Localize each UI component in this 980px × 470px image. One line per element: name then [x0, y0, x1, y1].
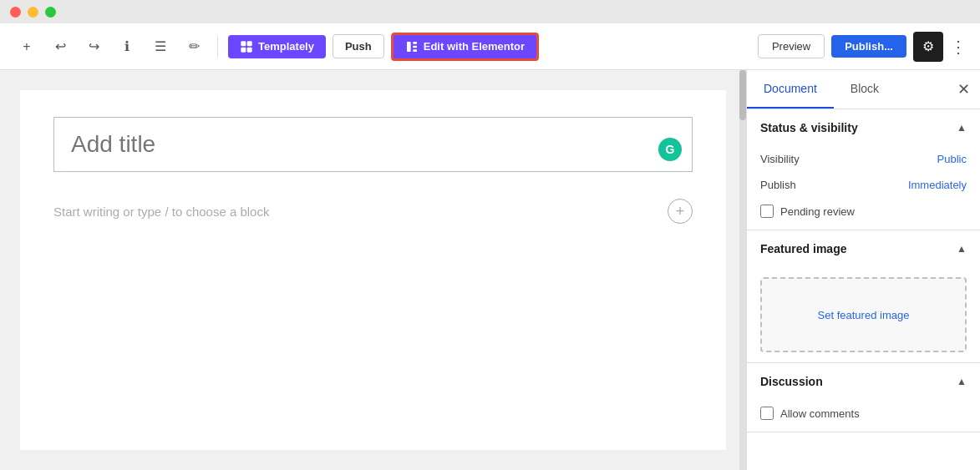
settings-button[interactable]: ⚙ — [913, 32, 943, 62]
list-view-button[interactable]: ☰ — [147, 33, 174, 60]
publish-row: Publish Immediately — [747, 172, 980, 198]
main-toolbar: + ↩ ↪ ℹ ☰ ✏ Templately Push — [0, 23, 980, 70]
scroll-thumb[interactable] — [739, 70, 746, 120]
svg-rect-2 — [241, 47, 246, 52]
featured-image-title: Featured image — [760, 242, 846, 255]
status-visibility-header[interactable]: Status & visibility ▲ — [747, 109, 980, 146]
elementor-label: Edit with Elementor — [424, 40, 525, 53]
templately-icon — [240, 40, 253, 53]
publish-button[interactable]: Publish... — [831, 35, 906, 58]
more-icon: ⋮ — [950, 37, 967, 57]
redo-icon: ↪ — [89, 38, 99, 54]
minimize-traffic-light[interactable] — [28, 7, 38, 18]
visibility-label: Visibility — [760, 153, 800, 165]
toolbar-left: + ↩ ↪ ℹ ☰ ✏ Templately Push — [13, 33, 751, 61]
main-layout: G Start writing or type / to choose a bl… — [0, 70, 980, 470]
set-featured-image-label: Set featured image — [818, 309, 910, 321]
add-block-toolbar-button[interactable]: + — [13, 33, 40, 60]
push-button[interactable]: Push — [333, 34, 384, 58]
push-label: Push — [345, 40, 372, 53]
undo-icon: ↩ — [55, 38, 66, 54]
svg-rect-1 — [247, 41, 252, 46]
set-featured-image-button[interactable]: Set featured image — [760, 277, 967, 352]
preview-button[interactable]: Preview — [758, 34, 825, 58]
discussion-section: Discussion ▲ Allow comments — [747, 363, 980, 432]
close-traffic-light[interactable] — [10, 7, 21, 18]
svg-rect-5 — [413, 42, 417, 44]
title-bar — [0, 0, 980, 23]
plus-icon: + — [676, 203, 685, 220]
discussion-title: Discussion — [760, 375, 823, 388]
pen-icon: ✏ — [189, 38, 200, 54]
pending-review-label: Pending review — [780, 205, 855, 218]
publish-label: Publish — [760, 179, 796, 191]
status-visibility-title: Status & visibility — [760, 121, 858, 134]
templately-button[interactable]: Templately — [228, 35, 326, 58]
svg-rect-3 — [247, 47, 252, 52]
placeholder-text: Start writing or type / to choose a bloc… — [53, 205, 269, 219]
more-options-button[interactable]: ⋮ — [950, 37, 967, 57]
discussion-header[interactable]: Discussion ▲ — [747, 363, 980, 400]
publish-value[interactable]: Immediately — [908, 179, 967, 191]
svg-rect-4 — [407, 42, 411, 52]
editor-canvas: G Start writing or type / to choose a bl… — [20, 90, 726, 450]
tab-block[interactable]: Block — [834, 70, 896, 109]
allow-comments-row: Allow comments — [747, 400, 980, 432]
visibility-row: Visibility Public — [747, 146, 980, 172]
side-panel: Document Block ✕ Status & visibility ▲ V… — [746, 70, 980, 470]
tools-button[interactable]: ✏ — [180, 33, 207, 60]
templately-label: Templately — [258, 40, 314, 53]
elementor-icon — [405, 40, 419, 53]
featured-image-chevron-icon: ▲ — [957, 243, 967, 255]
list-icon: ☰ — [155, 38, 166, 54]
maximize-traffic-light[interactable] — [45, 7, 56, 18]
info-icon: ℹ — [124, 38, 129, 54]
panel-close-button[interactable]: ✕ — [957, 80, 970, 99]
edit-with-elementor-button[interactable]: Edit with Elementor — [391, 33, 539, 61]
pending-review-checkbox[interactable] — [760, 205, 774, 218]
featured-image-section: Featured image ▲ Set featured image — [747, 230, 980, 363]
allow-comments-checkbox[interactable] — [760, 407, 774, 420]
status-visibility-section: Status & visibility ▲ Visibility Public … — [747, 109, 980, 230]
scrollbar[interactable] — [739, 70, 746, 470]
discussion-chevron-icon: ▲ — [957, 376, 967, 387]
toolbar-right: Preview Publish... ⚙ ⋮ — [758, 32, 967, 62]
title-input-wrapper: G — [53, 117, 693, 172]
add-block-inline-button[interactable]: + — [668, 199, 693, 224]
editor-area: G Start writing or type / to choose a bl… — [0, 70, 746, 470]
info-button[interactable]: ℹ — [114, 33, 140, 60]
redo-button[interactable]: ↪ — [80, 33, 107, 60]
grammarly-icon: G — [658, 138, 682, 161]
visibility-value[interactable]: Public — [937, 153, 967, 165]
featured-image-header[interactable]: Featured image ▲ — [747, 230, 980, 267]
close-icon: ✕ — [957, 81, 970, 98]
add-icon: + — [23, 39, 30, 54]
pending-review-row: Pending review — [747, 198, 980, 230]
editor-placeholder-area: Start writing or type / to choose a bloc… — [53, 199, 693, 224]
svg-rect-7 — [413, 49, 417, 52]
panel-header: Document Block ✕ — [747, 70, 980, 109]
tab-document[interactable]: Document — [747, 70, 834, 109]
gear-icon: ⚙ — [922, 38, 934, 54]
svg-rect-6 — [413, 45, 417, 48]
title-input[interactable] — [71, 131, 675, 158]
toolbar-divider — [217, 37, 218, 57]
undo-button[interactable]: ↩ — [47, 33, 74, 60]
svg-rect-0 — [241, 41, 246, 46]
allow-comments-label: Allow comments — [780, 407, 860, 420]
status-chevron-icon: ▲ — [957, 122, 967, 134]
